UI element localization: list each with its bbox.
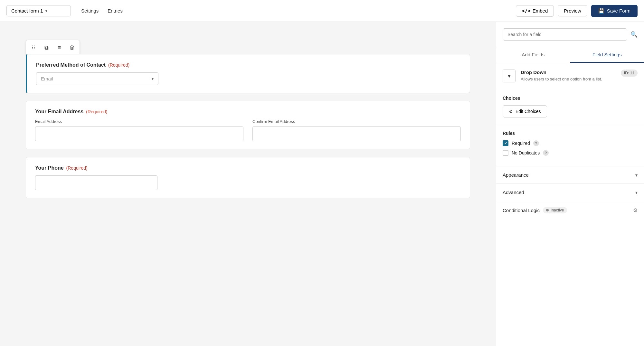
email-sub-label: Email Address (35, 119, 243, 124)
dropdown-icon: ▾ (508, 72, 511, 79)
required-checkbox[interactable]: ✓ (503, 140, 508, 146)
email-address-input[interactable] (35, 126, 243, 141)
chevron-down-icon: ▾ (635, 173, 638, 178)
search-icon: 🔍 (630, 31, 638, 38)
search-input[interactable] (503, 28, 627, 41)
phone-input[interactable] (35, 175, 157, 190)
drag-handle[interactable]: ⠿ (27, 42, 40, 54)
nav-entries[interactable]: Entries (108, 7, 123, 15)
cond-logic-left: Conditional Logic Inactive (503, 207, 567, 213)
appearance-title: Appearance (503, 172, 529, 178)
email-address-col: Email Address (35, 119, 243, 141)
form-area: ⠿ ⧉ ≡ 🗑 Preferred Method of Contact (Req… (0, 22, 496, 346)
inactive-label: Inactive (551, 208, 564, 212)
choices-title: Choices (503, 96, 638, 101)
preview-button[interactable]: Preview (558, 5, 587, 16)
no-duplicates-help-icon[interactable]: ? (543, 150, 549, 156)
nav-settings[interactable]: Settings (81, 7, 99, 15)
advanced-section[interactable]: Advanced ▾ (496, 184, 644, 201)
field-info: ▾ Drop Down Allows users to select one o… (496, 63, 644, 89)
drag-icon: ⠿ (32, 45, 35, 51)
tab-field-settings[interactable]: Field Settings (570, 47, 644, 63)
duplicate-button[interactable]: ⧉ (40, 42, 52, 54)
duplicate-icon: ⧉ (44, 44, 49, 51)
conditional-logic-title: Conditional Logic (503, 208, 540, 213)
inactive-dot-icon (546, 209, 549, 211)
embed-code-icon: </> (522, 8, 531, 14)
rules-section: Rules ✓ Required ? No Duplicates ? (496, 124, 644, 166)
email-required: (Required) (86, 109, 107, 114)
chevron-down-icon: ▾ (45, 9, 47, 13)
phone-input-wrapper (35, 175, 157, 190)
chevron-down-icon: ▾ (635, 190, 638, 195)
dropdown-field-icon: ▾ (503, 70, 516, 82)
save-icon: 💾 (598, 8, 604, 14)
nav-links: Settings Entries (81, 7, 123, 15)
email-label: Your Email Address (35, 109, 83, 115)
confirm-email-sub-label: Confirm Email Address (252, 119, 461, 124)
main-layout: ⠿ ⧉ ≡ 🗑 Preferred Method of Contact (Req… (0, 22, 644, 346)
embed-button[interactable]: </> Embed (516, 5, 554, 17)
chevron-down-icon: ▾ (152, 77, 154, 81)
trash-icon: 🗑 (70, 45, 75, 51)
required-row: ✓ Required ? (503, 140, 638, 146)
field-settings-button[interactable]: ≡ (53, 42, 65, 54)
topbar-right: </> Embed Preview 💾 Save Form (516, 5, 638, 17)
phone-required: (Required) (66, 165, 88, 171)
appearance-section[interactable]: Appearance ▾ (496, 166, 644, 184)
sliders-icon: ≡ (58, 44, 61, 51)
field-id-badge: ID: 11 (621, 70, 638, 77)
field-type-name: Drop Down (521, 70, 616, 75)
phone-label: Your Phone (35, 165, 64, 171)
email-two-col: Email Address Confirm Email Address (35, 119, 461, 141)
phone-label-row: Your Phone (Required) (35, 165, 461, 171)
field-info-text: Drop Down Allows users to select one opt… (521, 70, 616, 82)
no-duplicates-label: No Duplicates (512, 150, 540, 155)
right-panel: 🔍 Add Fields Field Settings ▾ Drop Down … (496, 22, 644, 346)
confirm-email-input[interactable] (252, 126, 461, 141)
topbar: Contact form 1 ▾ Settings Entries </> Em… (0, 0, 644, 22)
dropdown-label-row: Preferred Method of Contact (Required) (36, 62, 461, 68)
phone-field-block: Your Phone (Required) (26, 157, 470, 198)
save-form-button[interactable]: 💾 Save Form (591, 5, 638, 17)
field-toolbar: ⠿ ⧉ ≡ 🗑 (26, 40, 80, 55)
required-help-icon[interactable]: ? (533, 140, 539, 146)
inactive-badge: Inactive (543, 207, 567, 213)
dropdown-required: (Required) (108, 62, 129, 68)
dropdown-label: Preferred Method of Contact (36, 62, 106, 68)
no-duplicates-checkbox[interactable] (503, 150, 508, 156)
confirm-email-col: Confirm Email Address (252, 119, 461, 141)
no-duplicates-row: No Duplicates ? (503, 150, 638, 156)
email-field-block: Your Email Address (Required) Email Addr… (26, 101, 470, 149)
form-name: Contact form 1 (11, 8, 43, 14)
search-bar: 🔍 (496, 22, 644, 47)
gear-icon: ⚙ (509, 109, 513, 114)
topbar-left: Contact form 1 ▾ Settings Entries (6, 5, 123, 16)
conditional-logic-settings-icon[interactable]: ⚙ (633, 207, 638, 213)
panel-tabs: Add Fields Field Settings (496, 47, 644, 63)
advanced-title: Advanced (503, 190, 524, 195)
rules-title: Rules (503, 131, 638, 136)
conditional-logic-section: Conditional Logic Inactive ⚙ (496, 201, 644, 219)
choices-section: Choices ⚙ Edit Choices (496, 89, 644, 124)
dropdown-field-block: Preferred Method of Contact (Required) E… (26, 54, 470, 93)
email-label-row: Your Email Address (Required) (35, 109, 461, 115)
dropdown-input[interactable]: Email ▾ (36, 72, 158, 85)
required-label: Required (512, 141, 530, 146)
edit-choices-button[interactable]: ⚙ Edit Choices (503, 105, 547, 117)
delete-button[interactable]: 🗑 (66, 42, 78, 54)
form-selector[interactable]: Contact form 1 ▾ (6, 5, 71, 16)
dropdown-placeholder: Email (41, 76, 53, 81)
tab-add-fields[interactable]: Add Fields (496, 47, 570, 63)
field-type-desc: Allows users to select one option from a… (521, 76, 616, 82)
